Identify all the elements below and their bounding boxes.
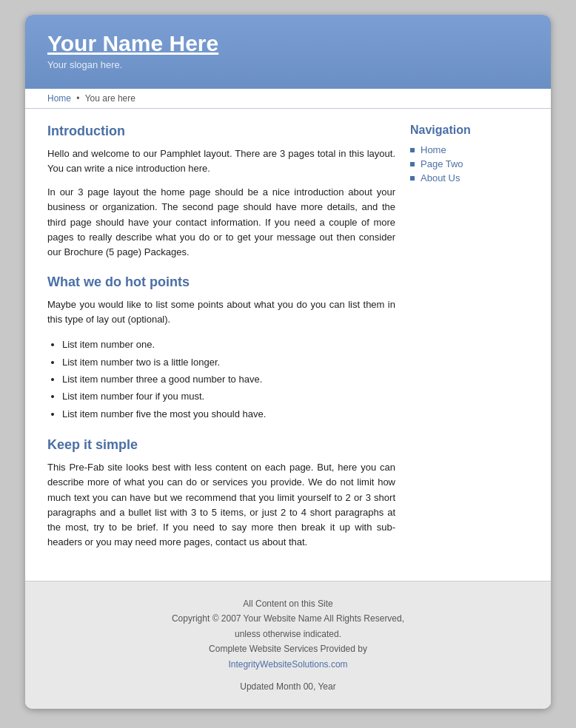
nav-link-home[interactable]: Home — [421, 144, 446, 155]
list-item: List item number four if you must. — [62, 388, 395, 405]
breadcrumb-home-link[interactable]: Home — [47, 93, 71, 104]
footer-link[interactable]: IntegrityWebsiteSolutions.com — [228, 659, 347, 670]
introduction-heading: Introduction — [47, 124, 395, 139]
nav-item-home[interactable]: Home — [410, 144, 529, 155]
introduction-paragraph-2: In our 3 page layout the home page shoul… — [47, 185, 395, 260]
breadcrumb-separator: • — [76, 93, 79, 104]
list-item: List item number two is a little longer. — [62, 354, 395, 371]
nav-link-aboutus[interactable]: About Us — [421, 172, 460, 183]
site-slogan: Your slogan here. — [47, 59, 529, 70]
site-title: Your Name Here — [47, 31, 529, 56]
footer-updated: Updated Month 00, Year — [47, 679, 529, 694]
nav-list: Home Page Two About Us — [410, 144, 529, 183]
footer-link-wrapper[interactable]: IntegrityWebsiteSolutions.com — [47, 657, 529, 672]
nav-heading: Navigation — [410, 124, 529, 137]
site-header: Your Name Here Your slogan here. — [25, 15, 551, 89]
main-content: Introduction Hello and welcome to our Pa… — [47, 124, 395, 559]
nav-item-aboutus[interactable]: About Us — [410, 172, 529, 183]
hotpoints-list: List item number one. List item number t… — [62, 336, 395, 422]
breadcrumb-current: You are here — [85, 93, 135, 104]
page-wrapper: Your Name Here Your slogan here. Home • … — [25, 15, 551, 709]
list-item: List item number one. — [62, 336, 395, 353]
content-area: Introduction Hello and welcome to our Pa… — [25, 109, 551, 581]
list-item: List item number three a good number to … — [62, 371, 395, 388]
footer-line1: All Content on this Site — [47, 596, 529, 611]
keepitsimple-heading: Keep it simple — [47, 437, 395, 453]
nav-item-pagetwo[interactable]: Page Two — [410, 158, 529, 169]
nav-link-pagetwo[interactable]: Page Two — [421, 158, 463, 169]
breadcrumb: Home • You are here — [25, 89, 551, 109]
hotpoints-heading: What we do hot points — [47, 274, 395, 290]
hotpoints-intro: Maybe you would like to list some points… — [47, 297, 395, 327]
footer-line3: unless otherwise indicated. — [47, 627, 529, 641]
footer-line2: Copyright © 2007 Your Website Name All R… — [47, 611, 529, 626]
list-item: List item number five the most you shoul… — [62, 405, 395, 422]
introduction-paragraph-1: Hello and welcome to our Pamphlet layout… — [47, 146, 395, 176]
keepitsimple-paragraph-1: This Pre-Fab site looks best with less c… — [47, 460, 395, 550]
footer: All Content on this Site Copyright © 200… — [25, 581, 551, 709]
footer-line4: Complete Website Services Provided by — [47, 641, 529, 656]
sidebar: Navigation Home Page Two About Us — [410, 124, 529, 559]
